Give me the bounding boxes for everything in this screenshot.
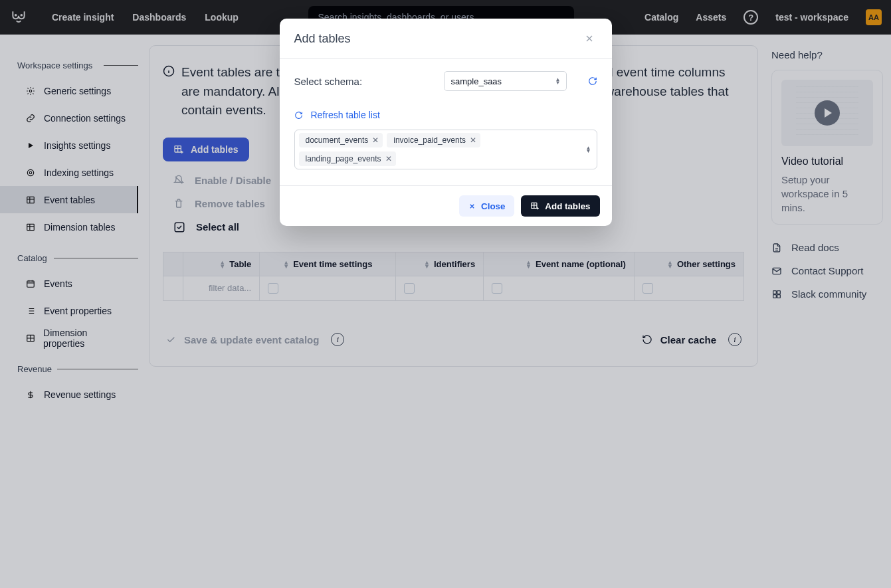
schema-label: Select schema:: [294, 76, 433, 87]
chip-landing-page-events: landing_page_events✕: [299, 151, 396, 166]
tables-multiselect[interactable]: document_events✕ invoice_paid_events✕ la…: [294, 130, 597, 169]
chip-remove-icon[interactable]: ✕: [385, 154, 392, 163]
add-tables-modal: Add tables Select schema: sample_saas ▲▼: [280, 19, 612, 226]
chip-remove-icon[interactable]: ✕: [372, 136, 379, 145]
schema-select[interactable]: sample_saas ▲▼: [444, 71, 567, 91]
refresh-table-list-link[interactable]: Refresh table list: [294, 110, 380, 120]
modal-close-button[interactable]: Close: [459, 195, 514, 217]
x-icon: [468, 203, 476, 210]
modal-title: Add tables: [294, 32, 351, 46]
chip-document-events: document_events✕: [299, 133, 383, 147]
modal-add-tables-button[interactable]: Add tables: [521, 195, 599, 217]
chip-remove-icon[interactable]: ✕: [470, 136, 476, 145]
chevron-updown-icon: ▲▼: [586, 146, 591, 153]
chevron-updown-icon: ▲▼: [555, 78, 561, 84]
close-icon[interactable]: [581, 31, 597, 47]
modal-overlay[interactable]: Add tables Select schema: sample_saas ▲▼: [0, 0, 891, 588]
chip-invoice-paid-events: invoice_paid_events✕: [387, 133, 480, 147]
refresh-icon: [294, 111, 303, 120]
schema-refresh-icon[interactable]: [588, 76, 597, 86]
table-plus-icon: [530, 201, 540, 211]
